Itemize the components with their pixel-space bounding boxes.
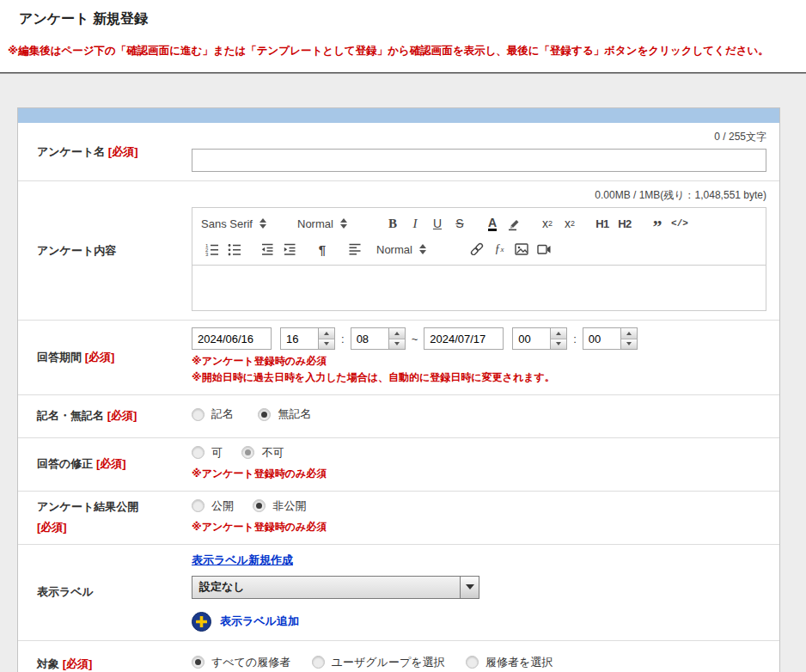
start-hour-up-button[interactable]	[319, 328, 334, 339]
video-button[interactable]	[533, 240, 555, 259]
align-button[interactable]	[344, 240, 366, 259]
video-icon	[536, 241, 552, 257]
start-minute-down-button[interactable]	[389, 339, 405, 350]
dropdown-arrow-button[interactable]	[460, 577, 479, 598]
highlight-button[interactable]	[504, 214, 526, 233]
font-select[interactable]: Sans Serif	[201, 217, 287, 230]
end-date-input[interactable]	[424, 327, 504, 350]
start-hour-spinner	[280, 327, 335, 350]
bullet-list-icon	[227, 241, 242, 257]
radio-selected-icon	[192, 656, 205, 669]
radio-target-select[interactable]: 履修者を選択	[466, 655, 553, 670]
image-icon	[514, 241, 529, 257]
radio-icon	[466, 656, 479, 669]
target-label: 対象 [必須]	[18, 657, 192, 672]
radio-target-group[interactable]: ユーザグループを選択	[312, 655, 445, 670]
radio-target-all[interactable]: すべての履修者	[192, 655, 290, 670]
radio-edit-deny[interactable]: 不可	[241, 445, 284, 461]
end-minute-up-button[interactable]	[621, 328, 637, 339]
row-survey-name: アンケート名 [必須] 0 / 255文字	[18, 123, 779, 180]
strikethrough-button[interactable]: S	[449, 214, 471, 233]
result-publish-note: ※アンケート登録時のみ必須	[192, 520, 766, 535]
code-block-button[interactable]: </>	[669, 214, 691, 233]
survey-name-input[interactable]	[192, 149, 766, 172]
outdent-button[interactable]	[256, 240, 278, 259]
end-hour-input[interactable]	[513, 328, 550, 349]
ordered-list-button[interactable]: 1 2 3	[201, 240, 223, 259]
ordered-list-icon: 1 2 3	[205, 241, 220, 257]
time-colon: :	[573, 333, 577, 345]
required-badge: [必須]	[37, 520, 192, 535]
radio-icon	[192, 446, 205, 459]
end-hour-spinner	[512, 327, 567, 350]
formula-button[interactable]: ƒx	[488, 240, 510, 259]
bold-button[interactable]: B	[382, 214, 404, 233]
start-minute-spinner	[351, 327, 406, 350]
result-publish-label: アンケート結果公開 [必須]	[18, 499, 192, 535]
survey-name-label: アンケート名 [必須]	[18, 144, 192, 160]
blockquote-button[interactable]: ”	[646, 214, 669, 233]
anonymity-label: 記名・無記名 [必須]	[18, 408, 192, 424]
superscript-button[interactable]: x2	[559, 214, 581, 233]
outdent-icon	[260, 241, 275, 257]
radio-anonymous[interactable]: 無記名	[258, 406, 311, 422]
text-color-button[interactable]: A	[481, 214, 504, 233]
underline-button[interactable]: U	[426, 214, 449, 233]
subscript-button[interactable]: x2	[536, 214, 559, 233]
select-caret-icon	[340, 218, 347, 229]
up-arrow-icon	[556, 332, 561, 335]
size-select[interactable]: Normal	[297, 217, 371, 230]
select-caret-icon	[260, 218, 266, 229]
period-note-2: ※開始日時に過去日時を入力した場合は、自動的に登録日時に変更されます。	[192, 370, 766, 385]
svg-text:3: 3	[205, 252, 209, 257]
down-arrow-icon	[324, 342, 329, 345]
radio-selected-icon	[258, 408, 271, 421]
bullet-list-button[interactable]	[223, 240, 246, 259]
end-minute-input[interactable]	[583, 328, 620, 349]
radio-icon	[192, 499, 205, 512]
end-hour-down-button[interactable]	[551, 339, 566, 350]
radio-public[interactable]: 公開	[192, 498, 234, 514]
survey-content-label: アンケート内容	[18, 243, 192, 259]
radio-private[interactable]: 非公開	[253, 498, 306, 514]
add-display-label-button[interactable]	[192, 612, 211, 632]
page-header: アンケート 新規登録 ※編集後はページ下の「確認画面に進む」または「テンプレート…	[0, 0, 806, 58]
name-char-counter: 0 / 255文字	[192, 130, 766, 144]
radio-edit-allow[interactable]: 可	[192, 445, 223, 461]
start-date-input[interactable]	[192, 327, 272, 350]
align-left-icon	[347, 241, 363, 257]
start-minute-up-button[interactable]	[389, 328, 405, 339]
start-hour-down-button[interactable]	[319, 339, 334, 350]
style-select[interactable]: Normal	[376, 243, 455, 256]
create-display-label-link[interactable]: 表示ラベル新規作成	[192, 553, 293, 566]
text-direction-button[interactable]: ¶	[311, 240, 333, 259]
row-answer-period: 回答期間 [必須] :	[18, 320, 779, 394]
answer-edit-note: ※アンケート登録時のみ必須	[192, 467, 766, 481]
display-label-select[interactable]: 設定なし	[192, 576, 479, 599]
link-button[interactable]	[466, 240, 488, 259]
page-body: アンケート名 [必須] 0 / 255文字 アンケート内容 0.00MB / 1…	[0, 74, 806, 672]
header1-button[interactable]: H1	[591, 214, 614, 233]
start-hour-input[interactable]	[281, 328, 318, 349]
editor-content-area[interactable]	[192, 266, 766, 310]
radio-icon	[312, 656, 325, 669]
header2-button[interactable]: H2	[614, 214, 636, 233]
highlight-icon	[507, 216, 522, 231]
end-hour-up-button[interactable]	[551, 328, 566, 339]
radio-named[interactable]: 記名	[192, 406, 234, 422]
image-button[interactable]	[510, 240, 533, 259]
add-display-label-link[interactable]: 表示ラベル追加	[220, 614, 299, 629]
time-colon: :	[341, 333, 345, 345]
editor-toolbar: Sans Serif Normal B I U S A	[192, 208, 766, 266]
row-survey-content: アンケート内容 0.00MB / 1MB(残り：1,048,551 byte) …	[18, 180, 779, 320]
italic-button[interactable]: I	[404, 214, 426, 233]
required-badge: [必須]	[63, 657, 93, 670]
end-minute-down-button[interactable]	[621, 339, 637, 350]
start-minute-input[interactable]	[351, 328, 388, 349]
indent-icon	[282, 241, 297, 257]
radio-selected-icon	[241, 446, 254, 459]
rich-text-editor: Sans Serif Normal B I U S A	[192, 207, 766, 311]
indent-button[interactable]	[278, 240, 301, 259]
row-display-label: 表示ラベル 表示ラベル新規作成 設定なし 表示ラベル追加	[18, 544, 779, 640]
answer-edit-label: 回答の修正 [必須]	[18, 456, 192, 472]
